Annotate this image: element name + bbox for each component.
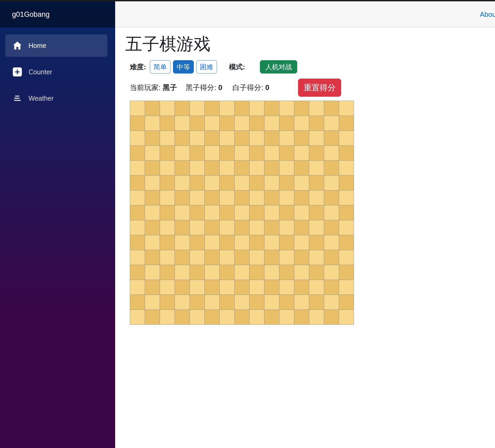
board-cell[interactable] <box>130 265 145 280</box>
board-cell[interactable] <box>294 310 309 324</box>
board-cell[interactable] <box>279 205 294 220</box>
board-cell[interactable] <box>130 205 145 220</box>
board-cell[interactable] <box>249 176 264 190</box>
board-cell[interactable] <box>309 116 324 131</box>
board-cell[interactable] <box>160 250 175 265</box>
board-cell[interactable] <box>324 265 339 280</box>
board-cell[interactable] <box>190 280 204 295</box>
board-cell[interactable] <box>190 116 204 131</box>
board-cell[interactable] <box>294 280 309 295</box>
board-cell[interactable] <box>145 190 160 205</box>
board-cell[interactable] <box>220 220 234 235</box>
board-cell[interactable] <box>190 265 204 280</box>
board-cell[interactable] <box>190 220 204 235</box>
board-cell[interactable] <box>309 205 324 220</box>
board-cell[interactable] <box>175 176 190 190</box>
board-cell[interactable] <box>130 101 145 116</box>
board-cell[interactable] <box>264 295 279 309</box>
board-cell[interactable] <box>205 101 219 116</box>
board-cell[interactable] <box>309 235 324 250</box>
board-cell[interactable] <box>145 146 160 160</box>
board-cell[interactable] <box>160 205 175 220</box>
board-cell[interactable] <box>309 295 324 309</box>
board-cell[interactable] <box>339 146 354 160</box>
board-cell[interactable] <box>309 280 324 295</box>
board-cell[interactable] <box>145 176 160 190</box>
board-cell[interactable] <box>324 131 339 145</box>
board-cell[interactable] <box>220 235 234 250</box>
board-cell[interactable] <box>279 220 294 235</box>
board-cell[interactable] <box>309 101 324 116</box>
board-cell[interactable] <box>175 190 190 205</box>
board-cell[interactable] <box>339 116 354 131</box>
board-cell[interactable] <box>160 235 175 250</box>
board-cell[interactable] <box>160 146 175 160</box>
board-cell[interactable] <box>294 101 309 116</box>
board-cell[interactable] <box>249 131 264 145</box>
board-cell[interactable] <box>220 131 234 145</box>
board-cell[interactable] <box>235 131 249 145</box>
board-cell[interactable] <box>190 146 204 160</box>
board-cell[interactable] <box>294 161 309 175</box>
board-cell[interactable] <box>205 265 219 280</box>
board-cell[interactable] <box>220 295 234 309</box>
board-cell[interactable] <box>160 131 175 145</box>
board-cell[interactable] <box>324 161 339 175</box>
board-cell[interactable] <box>249 205 264 220</box>
board-cell[interactable] <box>264 161 279 175</box>
board-cell[interactable] <box>294 190 309 205</box>
board-cell[interactable] <box>220 205 234 220</box>
board-cell[interactable] <box>145 131 160 145</box>
board-cell[interactable] <box>279 280 294 295</box>
board-cell[interactable] <box>130 131 145 145</box>
board-cell[interactable] <box>190 101 204 116</box>
board-cell[interactable] <box>279 146 294 160</box>
board-cell[interactable] <box>205 190 219 205</box>
board-cell[interactable] <box>294 250 309 265</box>
board-cell[interactable] <box>339 250 354 265</box>
board-cell[interactable] <box>145 235 160 250</box>
board-cell[interactable] <box>160 161 175 175</box>
board-cell[interactable] <box>160 295 175 309</box>
board-cell[interactable] <box>145 116 160 131</box>
board-cell[interactable] <box>249 161 264 175</box>
board-cell[interactable] <box>175 101 190 116</box>
board-cell[interactable] <box>249 310 264 324</box>
board-cell[interactable] <box>249 235 264 250</box>
board-cell[interactable] <box>339 280 354 295</box>
board-cell[interactable] <box>249 101 264 116</box>
board-cell[interactable] <box>249 146 264 160</box>
board-cell[interactable] <box>175 131 190 145</box>
board-cell[interactable] <box>220 190 234 205</box>
board-cell[interactable] <box>339 295 354 309</box>
board-cell[interactable] <box>249 295 264 309</box>
board-cell[interactable] <box>294 131 309 145</box>
board-cell[interactable] <box>175 205 190 220</box>
board-cell[interactable] <box>294 235 309 250</box>
board-cell[interactable] <box>160 310 175 324</box>
board-cell[interactable] <box>249 265 264 280</box>
about-link[interactable]: About <box>480 1 495 27</box>
board-cell[interactable] <box>145 220 160 235</box>
board-cell[interactable] <box>249 250 264 265</box>
reset-score-button[interactable]: 重置得分 <box>298 79 341 97</box>
board-cell[interactable] <box>309 131 324 145</box>
board-cell[interactable] <box>339 101 354 116</box>
board-cell[interactable] <box>220 280 234 295</box>
board-cell[interactable] <box>175 250 190 265</box>
board-cell[interactable] <box>235 235 249 250</box>
board-cell[interactable] <box>324 250 339 265</box>
sidebar-item-weather[interactable]: Weather <box>5 87 107 109</box>
board-cell[interactable] <box>175 280 190 295</box>
board-cell[interactable] <box>160 116 175 131</box>
board-cell[interactable] <box>130 220 145 235</box>
board-cell[interactable] <box>264 235 279 250</box>
board-cell[interactable] <box>279 101 294 116</box>
board-cell[interactable] <box>264 101 279 116</box>
board-cell[interactable] <box>264 176 279 190</box>
board-cell[interactable] <box>205 235 219 250</box>
board-cell[interactable] <box>235 101 249 116</box>
board-cell[interactable] <box>324 190 339 205</box>
board-cell[interactable] <box>175 235 190 250</box>
board-cell[interactable] <box>220 161 234 175</box>
